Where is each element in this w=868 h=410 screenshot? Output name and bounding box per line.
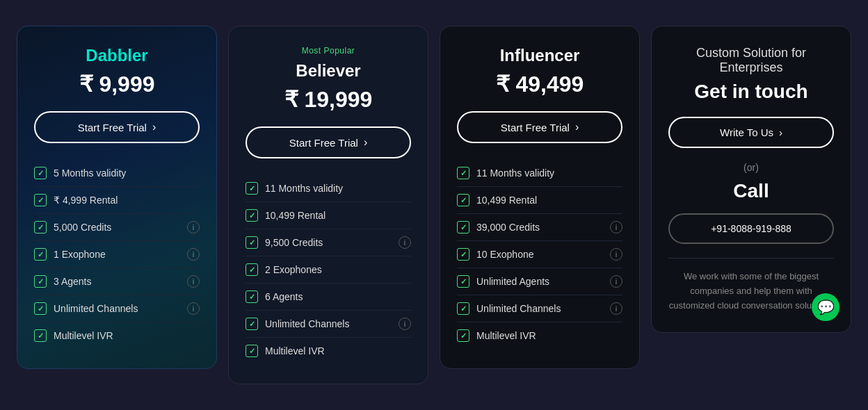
pricing-grid: Dabbler ₹ 9,999 Start Free Trial › 5 Mon… (17, 26, 851, 384)
check-icon (246, 209, 258, 222)
enterprise-description: We work with some of the biggest compani… (668, 270, 834, 313)
arrow-icon: › (779, 126, 782, 138)
features-list-dabbler: 5 Months validity ₹ 4,999 Rental 5,000 C… (34, 160, 200, 349)
chat-bubble-icon[interactable]: 💬 (812, 293, 839, 321)
feature-item: Multilevel IVR (457, 322, 622, 349)
call-label: Call (668, 180, 834, 202)
info-icon[interactable]: i (399, 318, 411, 330)
feature-item: 6 Agents (246, 284, 411, 311)
features-list-influencer: 11 Months validity 10,499 Rental 39,000 … (457, 160, 622, 349)
feature-item: 11 Months validity (457, 160, 622, 187)
get-in-touch-heading: Get in touch (668, 81, 834, 103)
plan-name-dabbler: Dabbler (34, 46, 200, 65)
features-list-believer: 11 Months validity 10,499 Rental 9,500 C… (246, 175, 411, 364)
plan-card-dabbler: Dabbler ₹ 9,999 Start Free Trial › 5 Mon… (17, 26, 217, 369)
enterprise-title: Custom Solution for Enterprises (668, 46, 834, 75)
phone-number-button[interactable]: +91-8088-919-888 (668, 213, 834, 244)
arrow-icon: › (152, 121, 156, 133)
check-icon (34, 221, 47, 233)
feature-item: ₹ 4,999 Rental (34, 187, 200, 214)
info-icon[interactable]: i (610, 221, 622, 233)
check-icon (34, 302, 47, 315)
start-trial-button-believer[interactable]: Start Free Trial › (246, 126, 411, 158)
check-icon (246, 318, 258, 330)
feature-item: Multilevel IVR (246, 338, 411, 364)
check-icon (246, 236, 258, 249)
write-to-us-button[interactable]: Write To Us › (668, 117, 834, 148)
plan-card-influencer: Influencer ₹ 49,499 Start Free Trial › 1… (440, 26, 640, 369)
start-trial-button-dabbler[interactable]: Start Free Trial › (34, 111, 200, 143)
feature-item: 5,000 Creditsi (34, 214, 200, 241)
plan-price-believer: ₹ 19,999 (246, 86, 411, 113)
info-icon[interactable]: i (187, 221, 200, 233)
check-icon (457, 329, 469, 342)
check-icon (457, 275, 469, 288)
info-icon[interactable]: i (187, 302, 200, 315)
info-icon[interactable]: i (399, 236, 411, 249)
plan-card-believer: Most Popular Believer ₹ 19,999 Start Fre… (228, 26, 428, 384)
check-icon (34, 194, 47, 206)
check-icon (457, 194, 469, 206)
feature-item: 11 Months validity (246, 175, 411, 202)
check-icon (457, 302, 469, 315)
arrow-icon: › (575, 121, 579, 133)
feature-item: Unlimited Channelsi (457, 295, 622, 322)
check-icon (34, 275, 47, 288)
plan-name-influencer: Influencer (457, 46, 622, 65)
check-icon (246, 290, 258, 303)
feature-item: 9,500 Creditsi (246, 229, 411, 256)
feature-item: Unlimited Channelsi (246, 311, 411, 338)
most-popular-badge: Most Popular (246, 46, 411, 56)
feature-item: Unlimited Channelsi (34, 295, 200, 322)
start-trial-button-influencer[interactable]: Start Free Trial › (457, 111, 622, 143)
check-icon (246, 345, 258, 357)
feature-item: 10,499 Rental (246, 202, 411, 229)
check-icon (457, 221, 469, 233)
check-icon (457, 248, 469, 261)
feature-item: 2 Exophones (246, 256, 411, 284)
info-icon[interactable]: i (610, 248, 622, 261)
info-icon[interactable]: i (187, 275, 200, 288)
info-icon[interactable]: i (610, 302, 622, 315)
feature-item: 10,499 Rental (457, 187, 622, 214)
check-icon (34, 329, 47, 342)
info-icon[interactable]: i (610, 275, 622, 288)
feature-item: 39,000 Creditsi (457, 214, 622, 241)
plan-name-believer: Believer (246, 61, 411, 81)
plan-card-enterprise: Custom Solution for Enterprises Get in t… (651, 26, 851, 333)
arrow-icon: › (364, 136, 367, 149)
plan-price-influencer: ₹ 49,499 (457, 71, 622, 97)
plan-price-dabbler: ₹ 9,999 (34, 71, 200, 97)
check-icon (457, 167, 469, 179)
check-icon (34, 248, 47, 261)
divider (668, 258, 834, 259)
feature-item: 3 Agentsi (34, 268, 200, 295)
info-icon[interactable]: i (187, 248, 200, 261)
or-text: (or) (668, 162, 834, 173)
feature-item: Multilevel IVR (34, 322, 200, 349)
feature-item: 10 Exophonei (457, 241, 622, 268)
check-icon (246, 263, 258, 276)
feature-item: Unlimited Agentsi (457, 268, 622, 295)
check-icon (246, 182, 258, 195)
feature-item: 1 Exophonei (34, 241, 200, 268)
feature-item: 5 Months validity (34, 160, 200, 187)
check-icon (34, 167, 47, 179)
